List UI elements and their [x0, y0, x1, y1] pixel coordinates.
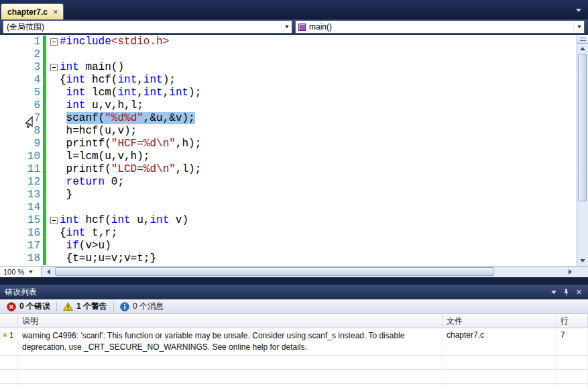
line-number: 15 — [0, 214, 40, 227]
code-line[interactable]: 12 return 0; — [0, 176, 577, 189]
pin-icon[interactable] — [563, 289, 570, 296]
empty-grid-row — [0, 356, 588, 370]
code-token: , — [137, 74, 143, 86]
column-file[interactable]: 文件 — [443, 314, 556, 328]
code-editor[interactable]: 1#include<stdio.h>23int main()4{int hcf(… — [0, 35, 577, 266]
code-line[interactable]: 14 — [0, 201, 577, 214]
warning-icon — [63, 302, 73, 311]
line-number: 13 — [0, 189, 40, 201]
code-token: int — [150, 214, 169, 226]
code-line[interactable]: 16{int t,r; — [0, 227, 577, 240]
code-line[interactable]: 11 printf("LCD=%d\n",l); — [0, 163, 577, 176]
code-token: ); — [188, 87, 201, 99]
warnings-filter-label: 1 个警告 — [76, 301, 107, 312]
column-description[interactable]: 说明 — [18, 314, 443, 328]
line-number: 7 — [0, 112, 40, 125]
error-grid-header: 说明 文件 行 — [0, 314, 588, 328]
code-line[interactable]: 3int main() — [0, 61, 577, 74]
code-line[interactable]: 7 scanf("%d%d",&u,&v); — [0, 112, 577, 125]
fold-collapse-icon[interactable] — [48, 61, 60, 74]
code-token: u, — [131, 214, 150, 226]
code-line[interactable]: 8 h=hcf(u,v); — [0, 125, 577, 138]
vertical-scroll-thumb[interactable] — [578, 54, 587, 201]
code-line[interactable]: 15int hcf(int u,int v) — [0, 214, 577, 227]
code-token: ,h); — [176, 138, 201, 150]
code-line[interactable]: 5 int lcm(int,int,int); — [0, 87, 577, 99]
fold-margin — [48, 112, 60, 125]
line-number: 18 — [0, 252, 40, 265]
fold-collapse-icon[interactable] — [48, 214, 60, 227]
tab-close-icon[interactable]: × — [53, 8, 58, 16]
toolbar-separator — [56, 301, 57, 311]
column-icon[interactable] — [0, 314, 18, 328]
row-description: warning C4996: 'scanf': This function or… — [18, 328, 443, 356]
code-line[interactable]: 4{int hcf(int,int); — [0, 74, 577, 87]
line-number: 5 — [0, 87, 40, 99]
fold-margin — [48, 240, 60, 252]
code-text: scanf("%d%d",&u,&v); — [60, 112, 195, 125]
line-number: 12 — [0, 176, 40, 189]
scope-dropdown-button[interactable] — [281, 21, 292, 33]
code-line[interactable]: 17 if(v>u) — [0, 240, 577, 252]
horizontal-scroll-thumb[interactable] — [55, 267, 494, 276]
vertical-scrollbar[interactable] — [577, 35, 588, 266]
tab-chapter7[interactable]: chapter7.c × — [1, 3, 64, 19]
line-number: 6 — [0, 99, 40, 112]
warnings-filter-button[interactable]: 1 个警告 — [58, 301, 113, 313]
arrow-down-icon — [580, 259, 585, 262]
info-icon — [120, 302, 129, 311]
fold-collapse-icon[interactable] — [48, 36, 60, 48]
scroll-left-button[interactable] — [43, 266, 54, 277]
code-token: { — [60, 227, 66, 239]
member-dropdown[interactable]: main() — [295, 20, 585, 34]
code-token: return — [66, 176, 105, 188]
code-token: int — [66, 74, 86, 86]
document-tab-strip: chapter7.c × — [0, 0, 588, 19]
warning-icon — [3, 331, 7, 338]
zoom-control[interactable]: 100 % — [0, 266, 42, 277]
code-token: int — [143, 87, 163, 99]
errors-filter-button[interactable]: 0 个错误 — [1, 301, 56, 313]
code-line[interactable]: 1#include<stdio.h> — [0, 36, 577, 48]
code-line[interactable]: 13 } — [0, 189, 577, 201]
code-token: printf( — [60, 138, 111, 150]
code-text: } — [60, 189, 72, 201]
code-text: #include<stdio.h> — [60, 36, 169, 48]
line-number: 3 — [0, 61, 40, 74]
code-token: } — [60, 189, 72, 201]
horizontal-scrollbar[interactable]: 100 % — [0, 266, 588, 277]
code-text: if(v>u) — [60, 240, 111, 252]
panel-title-buttons: ✕ — [551, 289, 588, 296]
error-row[interactable]: 1 warning C4996: 'scanf': This function … — [0, 328, 588, 356]
code-line[interactable]: 2 — [0, 48, 577, 61]
member-dropdown-button[interactable] — [573, 21, 584, 33]
scope-dropdown[interactable]: (全局范围) — [3, 20, 292, 34]
fold-margin — [48, 125, 60, 138]
line-number: 17 — [0, 240, 40, 252]
zoom-value: 100 % — [3, 268, 24, 276]
document-list-chevron-icon[interactable] — [576, 9, 581, 12]
splitter-handle[interactable] — [577, 35, 588, 44]
column-line[interactable]: 行 — [556, 314, 588, 328]
line-number: 1 — [0, 36, 40, 48]
line-number: 8 — [0, 125, 40, 138]
row-index: 1 — [9, 331, 13, 339]
code-token: ,&u,&v); — [143, 112, 195, 124]
code-token: main() — [79, 61, 124, 73]
messages-filter-button[interactable]: 0 个消息 — [115, 301, 169, 313]
code-token: printf( — [60, 163, 111, 175]
code-line[interactable]: 18 {t=u;u=v;v=t;} — [0, 252, 577, 265]
arrow-left-icon — [47, 269, 50, 275]
code-text: int hcf(int u,int v) — [60, 214, 188, 227]
code-token: lcm( — [85, 87, 117, 99]
scroll-up-button[interactable] — [577, 44, 588, 54]
scroll-down-button[interactable] — [577, 256, 588, 266]
code-line[interactable]: 6 int u,v,h,l; — [0, 99, 577, 112]
code-token: (v>u) — [79, 240, 111, 252]
close-icon[interactable]: ✕ — [576, 289, 582, 296]
code-line[interactable]: 10 l=lcm(u,v,h); — [0, 150, 577, 163]
fold-margin — [48, 87, 60, 99]
code-line[interactable]: 9 printf("HCF=%d\n",h); — [0, 138, 577, 150]
scroll-right-button[interactable] — [565, 266, 575, 277]
window-position-chevron-icon[interactable] — [551, 291, 556, 294]
